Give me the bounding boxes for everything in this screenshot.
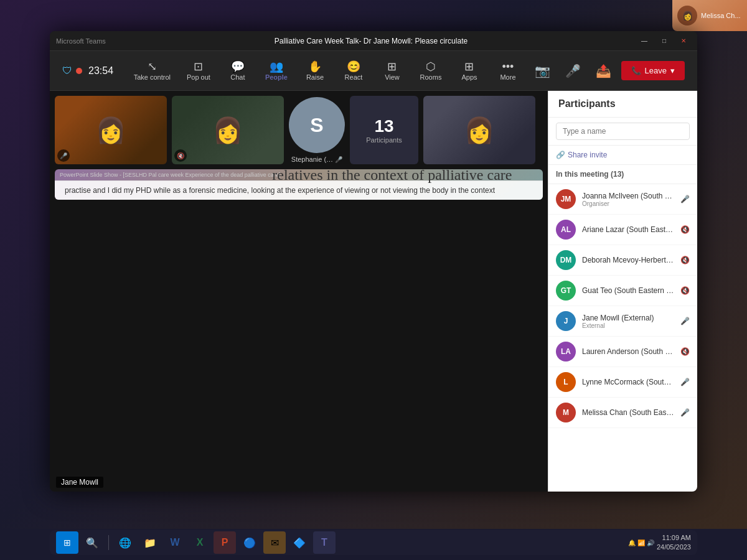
participant-mic-icon: 🔇	[680, 225, 690, 234]
share-invite-area: 🔗 Share invite	[548, 146, 697, 165]
participant-mic-icon: 🔇	[680, 256, 690, 264]
participant-name: Melissa Chan (South Eastern Syd...	[582, 408, 674, 417]
search-taskbar-icon: 🔍	[86, 537, 98, 549]
take-control-label: Take control	[134, 73, 171, 81]
participant-mic-icon: 🔇	[680, 347, 690, 356]
participant-mic-icon: 🔇	[680, 286, 690, 295]
participant-mic-icon: 🎤	[680, 317, 690, 325]
rooms-label: Rooms	[420, 73, 442, 81]
excel-button[interactable]: X	[189, 531, 211, 554]
participant-name: Lynne McCormack (South Easter...	[582, 378, 674, 386]
slide-text-area: Experiences of the dead body for bereave…	[260, 180, 543, 200]
face-3: 👩	[423, 96, 535, 164]
explorer-button[interactable]: 📁	[139, 531, 161, 554]
participant-avatar: JM	[556, 189, 576, 209]
people-button[interactable]: 👥 People	[258, 57, 295, 85]
camera-button[interactable]: 📷	[530, 60, 555, 82]
participants-panel: Participants 🔗 Share invite In this meet…	[548, 91, 697, 492]
participant-item: DMDeborah Mcevoy-Herbert (South...🔇	[548, 245, 697, 276]
mic-button[interactable]: 🎤	[560, 60, 586, 82]
react-label: React	[345, 73, 363, 81]
leave-label: Leave	[645, 66, 667, 75]
stephanie-name: Stephanie (…	[291, 156, 333, 163]
participant-avatar: M	[556, 403, 576, 422]
participants-count-widget: 13 Participants	[350, 96, 418, 164]
start-button[interactable]: ⊞	[56, 531, 78, 554]
outlook-button[interactable]: ✉	[263, 531, 286, 554]
powerpoint-button[interactable]: P	[214, 531, 236, 554]
slide-title: Experiences of the dead body for bereave…	[272, 169, 530, 185]
window-controls[interactable]: — □ ✕	[636, 37, 691, 45]
leave-button[interactable]: 📞 Leave ▾	[621, 61, 685, 80]
word-button[interactable]: W	[164, 531, 186, 554]
participant-name: Guat Teo (South Eastern Sydney ...	[582, 286, 674, 295]
take-control-button[interactable]: ⤡ Take control	[126, 57, 178, 85]
recording-indicator	[76, 68, 82, 74]
video-thumb-1: 👩 🎤	[55, 96, 167, 164]
video-area: 👩 🎤 👩 🔇 S Stephanie (… 🎤	[50, 91, 548, 492]
participant-info: Deborah Mcevoy-Herbert (South...	[582, 256, 674, 264]
maximize-button[interactable]: □	[657, 37, 671, 45]
taskbar-clock: 11:09 AM 24/05/2023	[657, 533, 691, 553]
participant-avatar: AL	[556, 220, 576, 240]
participant-item: LALauren Anderson (South Eastern ...🔇	[548, 337, 697, 367]
raise-button[interactable]: ✋ Raise	[296, 57, 334, 85]
pop-out-button[interactable]: ⊡ Pop out	[179, 57, 218, 85]
video-top-row: 👩 🎤 👩 🔇 S Stephanie (… 🎤	[50, 91, 548, 169]
in-meeting-label: In this meeting (13)	[548, 165, 697, 184]
main-content: 👩 🎤 👩 🔇 S Stephanie (… 🎤	[50, 91, 697, 492]
chat-label: Chat	[230, 73, 245, 81]
share-invite-button[interactable]: 🔗 Share invite	[556, 151, 607, 159]
taskbar-inner: ⊞ 🔍 🌐 📁 W X P 🔵 ✉ 🔷 T 🔔 📶 🔊 11:09 AM 24/…	[50, 530, 697, 555]
close-button[interactable]: ✕	[676, 37, 691, 45]
participant-avatar: L	[556, 372, 576, 392]
participant-search-area[interactable]	[548, 118, 697, 146]
teams-button[interactable]: T	[313, 531, 336, 554]
share-button[interactable]: 📤	[591, 60, 616, 82]
more-button[interactable]: ••• More	[489, 57, 527, 85]
speaker-name-label: Jane Mowll	[56, 477, 103, 488]
participant-role: External	[582, 322, 674, 329]
taskbar-right: 🔔 📶 🔊 11:09 AM 24/05/2023	[628, 533, 691, 553]
participant-info: Ariane Lazar (South Eastern Sydn...	[582, 225, 674, 234]
participants-number: 13	[374, 116, 393, 136]
chat-button[interactable]: 💬 Chat	[219, 57, 256, 85]
video-thumb-3: 👩	[423, 96, 535, 164]
participant-search-input[interactable]	[556, 123, 690, 140]
participant-info: Lauren Anderson (South Eastern ...	[582, 347, 674, 356]
edge-button[interactable]: 🔷	[288, 531, 311, 554]
stephanie-mic-icon: 🎤	[335, 156, 342, 163]
react-button[interactable]: 😊 React	[335, 57, 372, 85]
raise-label: Raise	[306, 73, 324, 81]
apps-button[interactable]: ⊞ Apps	[451, 57, 488, 85]
participant-item: ALAriane Lazar (South Eastern Sydn...🔇	[548, 215, 697, 245]
participant-info: Melissa Chan (South Eastern Syd...	[582, 408, 674, 417]
participant-info: Joanna McIlveen (South Easter...Organise…	[582, 192, 674, 207]
chrome-button[interactable]: 🔵	[238, 531, 261, 554]
participant-name: Deborah Mcevoy-Herbert (South...	[582, 256, 674, 264]
pop-out-label: Pop out	[187, 73, 210, 81]
participant-item: GTGuat Teo (South Eastern Sydney ...🔇	[548, 276, 697, 306]
minimize-button[interactable]: —	[636, 37, 652, 45]
participant-name: Jane Mowll (External)	[582, 314, 674, 322]
face-1: 👩	[55, 96, 167, 164]
view-button[interactable]: ⊞ View	[374, 57, 411, 85]
leave-phone-icon: 📞	[631, 66, 641, 75]
participant-avatar: J	[556, 311, 576, 331]
participant-name: Lauren Anderson (South Eastern ...	[582, 347, 674, 356]
participant-item: MMelissa Chan (South Eastern Syd...🎤	[548, 398, 697, 428]
participant-info: Jane Mowll (External)External	[582, 314, 674, 329]
participant-avatar: DM	[556, 250, 576, 270]
presentation-area: PowerPoint Slide Show - [SESLHD Pal care…	[55, 169, 543, 200]
search-taskbar-button[interactable]: 🔍	[81, 531, 103, 554]
people-label: People	[265, 73, 288, 81]
taskbar-time: 11:09 AM	[657, 533, 691, 543]
people-icon: 👥	[270, 61, 283, 72]
participant-avatar: LA	[556, 342, 576, 362]
pop-out-icon: ⊡	[194, 61, 203, 72]
raise-icon: ✋	[308, 61, 322, 72]
ie-button[interactable]: 🌐	[114, 531, 136, 554]
take-control-icon: ⤡	[148, 61, 157, 72]
rooms-icon: ⬡	[426, 61, 436, 72]
rooms-button[interactable]: ⬡ Rooms	[412, 57, 449, 85]
